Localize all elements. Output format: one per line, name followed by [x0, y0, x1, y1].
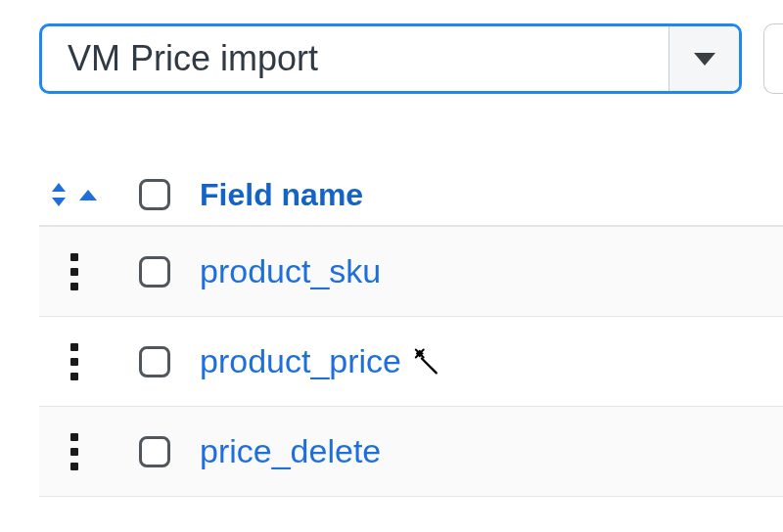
row-checkbox[interactable]: [139, 436, 170, 467]
drag-handle-icon[interactable]: [70, 433, 78, 470]
dropdown-toggle[interactable]: [668, 26, 739, 91]
drag-handle-icon[interactable]: [70, 343, 78, 380]
table-row: price_delete: [39, 407, 783, 497]
table-row: product_sku: [39, 227, 783, 317]
field-link[interactable]: product_price: [200, 342, 401, 380]
drag-handle-icon[interactable]: [70, 253, 78, 290]
adjacent-button[interactable]: [763, 23, 783, 94]
column-header-field-name[interactable]: Field name: [200, 177, 783, 213]
sort-asc-icon: [79, 190, 97, 200]
sort-both-icon: [52, 183, 66, 206]
table-header: Field name: [39, 164, 783, 227]
import-preset-dropdown[interactable]: VM Price import: [39, 23, 742, 94]
caret-down-icon: [694, 53, 715, 66]
table-row: product_price: [39, 317, 783, 407]
magic-wand-icon: [407, 345, 440, 378]
row-checkbox[interactable]: [139, 256, 170, 288]
select-all-checkbox[interactable]: [139, 179, 170, 210]
fields-table: Field name product_sku product_price: [39, 164, 783, 497]
sort-controls[interactable]: [39, 183, 110, 206]
field-link[interactable]: product_sku: [200, 252, 381, 290]
dropdown-selected-value: VM Price import: [42, 38, 668, 79]
field-link[interactable]: price_delete: [200, 432, 381, 470]
row-checkbox[interactable]: [139, 346, 170, 377]
